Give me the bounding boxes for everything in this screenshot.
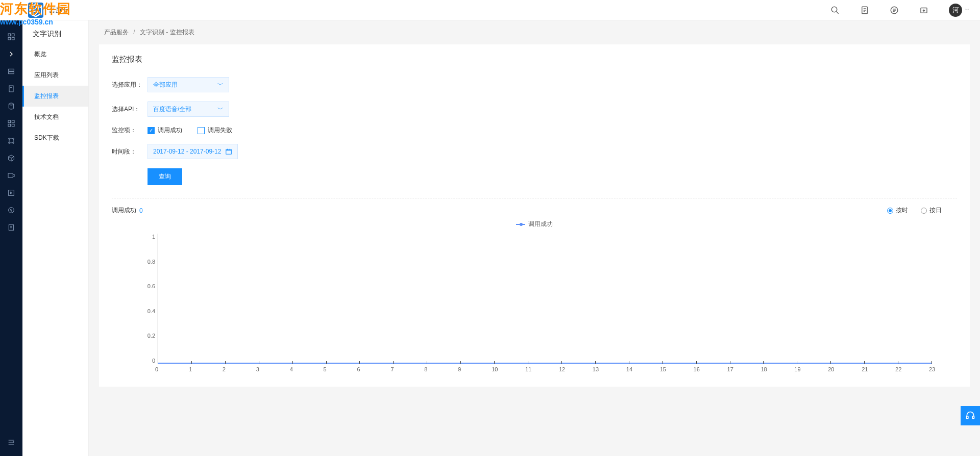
card-title: 监控报表 [112, 55, 957, 64]
radio-unchecked-icon [921, 208, 927, 214]
svg-rect-7 [12, 37, 14, 40]
user-menu[interactable]: 河 ﹀ [949, 4, 970, 17]
rail-report-icon[interactable] [0, 219, 22, 236]
sidebar-item-monitor[interactable]: 监控报表 [22, 86, 88, 107]
svg-rect-13 [12, 120, 14, 123]
logo-icon [28, 3, 43, 18]
svg-point-11 [9, 103, 13, 105]
search-icon[interactable] [830, 6, 840, 15]
rail-coin-icon[interactable] [0, 201, 22, 219]
chevron-down-icon: ﹀ [965, 7, 970, 14]
rail-nodes-icon[interactable] [0, 132, 22, 149]
sidebar-item-apps[interactable]: 应用列表 [22, 65, 88, 86]
rail-grid-icon[interactable] [0, 28, 22, 45]
select-app[interactable]: 全部应用 ﹀ [148, 77, 229, 92]
sidebar-item-docs[interactable]: 技术文档 [22, 107, 88, 128]
label-period: 时间段： [112, 147, 148, 156]
radio-by-day[interactable]: 按日 [921, 206, 942, 215]
svg-point-19 [13, 142, 14, 144]
rail-expand-icon[interactable] [0, 45, 22, 63]
breadcrumb: 产品服务 / 文字识别 - 监控报表 [99, 20, 970, 44]
chart-plot: 1 0.8 0.6 0.4 0.2 0 01234567891011121314… [158, 234, 932, 376]
x-axis: 01234567891011121314151617181920212223 [158, 366, 932, 376]
rail-collapse-icon[interactable] [0, 434, 22, 451]
breadcrumb-current: 文字识别 - 监控报表 [140, 29, 194, 36]
checkbox-checked-icon: ✓ [148, 127, 155, 134]
svg-rect-23 [9, 225, 13, 231]
svg-rect-21 [9, 190, 14, 196]
rail-play-icon[interactable] [0, 184, 22, 201]
series-line [158, 363, 932, 364]
topbar: 百度云 河 ﹀ [0, 0, 980, 20]
svg-rect-6 [8, 37, 11, 40]
icon-rail [0, 20, 22, 456]
sidebar-title: 文字识别 [22, 20, 88, 44]
sidebar-item-sdk[interactable]: SDK下载 [22, 128, 88, 148]
rail-apps-icon[interactable] [0, 115, 22, 132]
svg-rect-24 [226, 149, 232, 154]
svg-rect-4 [8, 34, 11, 36]
doc-icon[interactable] [860, 6, 869, 15]
rail-video-icon[interactable] [0, 167, 22, 184]
y-axis: 1 0.8 0.6 0.4 0.2 0 [140, 234, 155, 364]
rail-server-icon[interactable] [0, 63, 22, 80]
rail-cube-icon[interactable] [0, 149, 22, 167]
label-metrics: 监控项： [112, 126, 148, 135]
svg-rect-15 [12, 124, 14, 126]
chevron-down-icon: ﹀ [217, 81, 224, 89]
filter-card: 监控报表 选择应用： 全部应用 ﹀ 选择API： 百度语音/全部 ﹀ 监控项： [99, 44, 970, 387]
svg-point-16 [9, 138, 10, 140]
calendar-icon [225, 148, 232, 155]
main-content: 产品服务 / 文字识别 - 监控报表 监控报表 选择应用： 全部应用 ﹀ 选择A… [89, 20, 980, 456]
svg-rect-12 [8, 120, 11, 123]
divider [112, 198, 957, 198]
chevron-down-icon: ﹀ [217, 105, 224, 114]
checkbox-success[interactable]: ✓ 调用成功 [148, 126, 182, 135]
svg-point-17 [13, 138, 14, 140]
message-icon[interactable] [890, 6, 899, 15]
svg-rect-5 [12, 34, 14, 36]
query-button[interactable]: 查询 [148, 168, 182, 185]
legend-marker-icon [516, 224, 525, 225]
label-api: 选择API： [112, 105, 148, 114]
chart-legend: 调用成功 [112, 217, 957, 234]
svg-rect-20 [8, 173, 13, 178]
rail-db-icon[interactable] [0, 97, 22, 115]
label-app: 选择应用： [112, 81, 148, 89]
app-title: 百度云 [48, 6, 70, 15]
breadcrumb-root[interactable]: 产品服务 [104, 29, 129, 36]
svg-rect-26 [972, 416, 974, 419]
select-api[interactable]: 百度语音/全部 ﹀ [148, 102, 229, 117]
support-button[interactable] [961, 406, 980, 425]
svg-rect-14 [8, 124, 11, 126]
folder-icon[interactable] [919, 6, 928, 15]
sidebar: 文字识别 概览 应用列表 监控报表 技术文档 SDK下载 [22, 20, 89, 456]
date-range-picker[interactable]: 2017-09-12 - 2017-09-12 [148, 144, 238, 159]
rail-file-icon[interactable] [0, 80, 22, 97]
plot-area [158, 234, 932, 364]
svg-rect-25 [967, 416, 968, 419]
svg-point-18 [9, 142, 10, 144]
chart-count: 0 [139, 207, 143, 214]
chart-title: 调用成功 [112, 206, 136, 215]
radio-by-hour[interactable]: 按时 [887, 206, 908, 215]
checkbox-unchecked-icon [198, 127, 205, 134]
svg-rect-9 [9, 72, 14, 74]
headset-icon [965, 411, 975, 421]
checkbox-fail[interactable]: 调用失败 [198, 126, 232, 135]
sidebar-item-overview[interactable]: 概览 [22, 44, 88, 65]
svg-point-0 [831, 7, 837, 12]
avatar: 河 [949, 4, 962, 17]
svg-rect-8 [9, 69, 14, 71]
radio-checked-icon [887, 208, 893, 214]
svg-rect-10 [9, 86, 13, 92]
